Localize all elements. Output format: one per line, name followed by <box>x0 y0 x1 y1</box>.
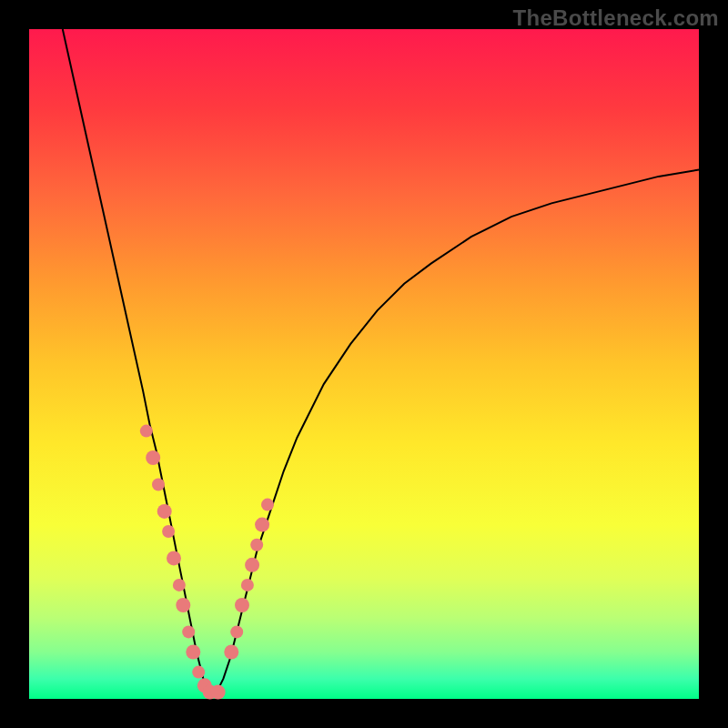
data-marker <box>152 479 165 491</box>
data-marker <box>192 666 205 679</box>
data-marker <box>230 625 243 638</box>
data-marker <box>235 598 249 612</box>
data-marker <box>182 625 195 638</box>
data-marker <box>186 645 200 660</box>
curve-layer <box>29 29 699 699</box>
data-marker <box>245 558 259 572</box>
plot-area <box>29 29 699 699</box>
data-marker <box>261 499 274 511</box>
data-marker <box>224 645 238 660</box>
data-marker <box>162 525 175 538</box>
data-marker <box>146 450 160 465</box>
data-marker <box>173 579 186 592</box>
watermark-text: TheBottleneck.com <box>513 5 719 31</box>
data-marker <box>157 504 172 519</box>
data-marker <box>255 518 269 532</box>
data-marker <box>250 539 263 551</box>
data-marker <box>211 685 226 700</box>
data-marker <box>241 579 254 592</box>
data-marker <box>140 425 153 438</box>
chart-frame: TheBottleneck.com <box>0 0 728 728</box>
data-marker <box>176 598 190 612</box>
data-marker <box>167 551 181 565</box>
bottleneck-curve <box>63 29 699 693</box>
